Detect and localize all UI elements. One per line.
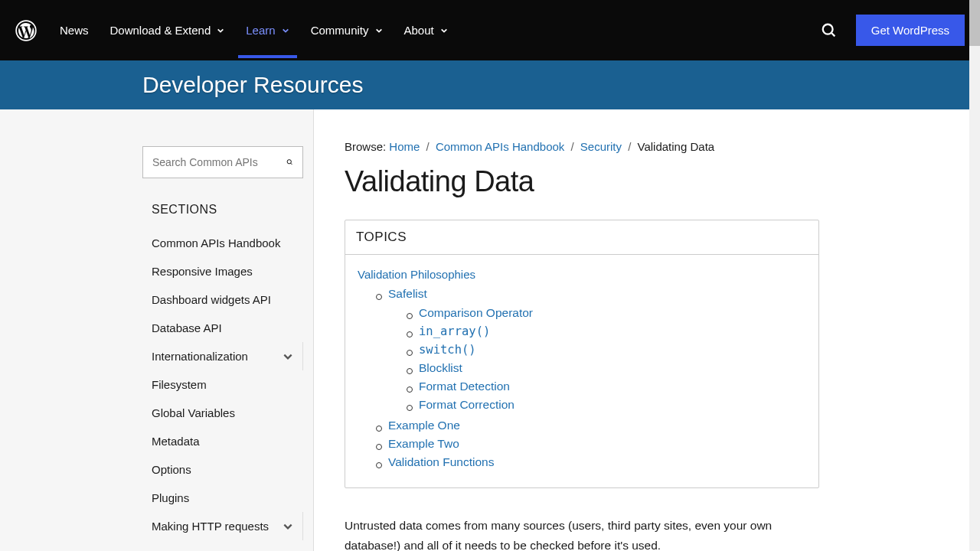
sidebar-item-http-requests[interactable]: Making HTTP requests <box>142 512 303 540</box>
nav-learn[interactable]: Learn <box>246 24 289 37</box>
topic-example-two[interactable]: Example Two <box>388 437 459 450</box>
svg-point-1 <box>822 24 832 34</box>
topic-validation-philosophies[interactable]: Validation Philosophies <box>358 268 475 281</box>
nav-download-extend[interactable]: Download & Extend <box>110 24 225 37</box>
hero-banner: Developer Resources <box>0 60 980 109</box>
nav-about[interactable]: About <box>404 24 448 37</box>
get-wordpress-button[interactable]: Get WordPress <box>856 15 965 46</box>
chevron-down-icon <box>440 27 448 34</box>
nav-community[interactable]: Community <box>311 24 383 37</box>
scrollbar[interactable] <box>969 0 980 551</box>
topic-in-array[interactable]: in_array() <box>419 324 490 338</box>
svg-line-4 <box>291 163 292 165</box>
topic-format-correction[interactable]: Format Correction <box>419 398 514 411</box>
scrollbar-thumb[interactable] <box>969 0 980 46</box>
page-title: Validating Data <box>345 165 819 198</box>
top-navbar: News Download & Extend Learn Community A… <box>0 0 980 60</box>
topics-header: TOPICS <box>345 220 818 255</box>
hero-title: Developer Resources <box>142 72 363 98</box>
chevron-down-icon <box>282 27 289 34</box>
breadcrumb-security[interactable]: Security <box>580 140 622 153</box>
topic-comparison-operator[interactable]: Comparison Operator <box>419 306 533 319</box>
breadcrumb-handbook[interactable]: Common APIs Handbook <box>436 140 564 153</box>
sidebar-item-database-api[interactable]: Database API <box>142 314 303 342</box>
breadcrumb-home[interactable]: Home <box>389 140 420 153</box>
sidebar-item-global-variables[interactable]: Global Variables <box>142 399 303 427</box>
breadcrumb: Browse: Home / Common APIs Handbook / Se… <box>345 140 819 153</box>
topic-example-one[interactable]: Example One <box>388 419 460 432</box>
sidebar-item-filesystem[interactable]: Filesystem <box>142 370 303 399</box>
topic-validation-functions[interactable]: Validation Functions <box>388 455 494 468</box>
intro-paragraph: Untrusted data comes from many sources (… <box>345 516 819 551</box>
topic-switch[interactable]: switch() <box>419 343 476 357</box>
chevron-down-icon[interactable] <box>283 351 293 362</box>
sidebar-item-responsive-images[interactable]: Responsive Images <box>142 257 303 285</box>
chevron-down-icon[interactable] <box>283 521 293 532</box>
nav-news[interactable]: News <box>60 24 89 37</box>
sections-list: Common APIs Handbook Responsive Images D… <box>142 229 303 540</box>
search-icon[interactable] <box>286 156 293 168</box>
wordpress-logo[interactable] <box>15 20 37 41</box>
main-content: Browse: Home / Common APIs Handbook / Se… <box>314 109 850 551</box>
chevron-down-icon <box>375 27 383 34</box>
sidebar: SECTIONS Common APIs Handbook Responsive… <box>0 109 314 551</box>
svg-point-3 <box>287 160 291 164</box>
sidebar-item-options[interactable]: Options <box>142 455 303 484</box>
sidebar-item-handbook[interactable]: Common APIs Handbook <box>142 229 303 257</box>
topic-safelist[interactable]: Safelist <box>388 287 427 300</box>
topbar-right: Get WordPress <box>821 15 965 46</box>
topic-format-detection[interactable]: Format Detection <box>419 380 510 393</box>
chevron-down-icon <box>217 27 224 34</box>
topics-body: Validation Philosophies Safelist Compari… <box>345 255 818 487</box>
search-icon[interactable] <box>821 22 838 39</box>
content-wrapper: SECTIONS Common APIs Handbook Responsive… <box>0 109 980 551</box>
sidebar-item-plugins[interactable]: Plugins <box>142 484 303 512</box>
sidebar-search[interactable] <box>142 146 303 178</box>
sections-heading: SECTIONS <box>142 203 303 217</box>
topic-blocklist[interactable]: Blocklist <box>419 361 462 374</box>
svg-line-2 <box>831 32 835 36</box>
primary-nav: News Download & Extend Learn Community A… <box>60 24 448 37</box>
topics-box: TOPICS Validation Philosophies Safelist … <box>345 220 819 488</box>
search-input[interactable] <box>152 156 286 168</box>
sidebar-item-dashboard-widgets[interactable]: Dashboard widgets API <box>142 285 303 314</box>
sidebar-item-metadata[interactable]: Metadata <box>142 427 303 455</box>
sidebar-item-i18n[interactable]: Internationalization <box>142 342 303 370</box>
breadcrumb-current: Validating Data <box>638 140 715 153</box>
